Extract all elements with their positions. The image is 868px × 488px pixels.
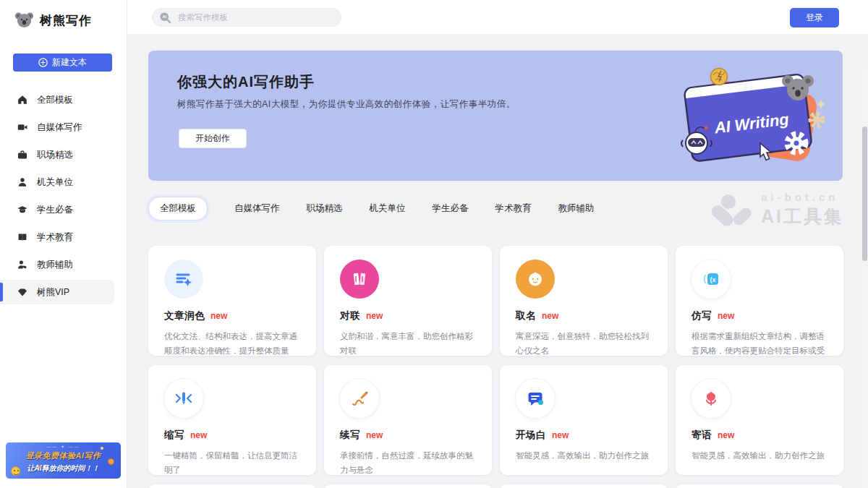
login-button[interactable]: 登录 (790, 8, 839, 27)
template-card-couplet[interactable]: 对联 new 义韵和谐，寓意丰富，助您创作精彩对联 (324, 246, 492, 356)
card-title: 寄语 (692, 429, 712, 442)
sidebar-item-label: 树熊VIP (37, 286, 69, 299)
coin-icon (108, 458, 114, 465)
sidebar-item-label: 职场精选 (37, 149, 73, 161)
template-card-continue[interactable]: 续写 new 承接前情，自然过渡，延续故事的魅力与悬念 (324, 365, 492, 475)
app-window: 树熊写作 新建文本 全部模板 自媒体写作 职场精选 (0, 0, 868, 488)
person-icon (17, 177, 27, 187)
hero-banner: 你强大的AI写作助手 树熊写作基于强大的AI大模型，为你提供专业高效的创作体验，… (148, 51, 843, 181)
template-card-opening[interactable]: 开场白 new 智能灵感，高效输出，助力创作之旅 (500, 365, 668, 475)
vertical-scrollbar[interactable] (861, 69, 868, 488)
card-description: 义韵和谐，寓意丰富，助您创作精彩对联 (340, 329, 476, 356)
small-gear-icon (811, 114, 822, 126)
template-grid: 文章润色 new 优化文法、结构和表达，提高文章通顺度和表达准确性，提升整体质量… (148, 246, 844, 488)
new-badge: new (542, 311, 558, 321)
template-card-peek[interactable] (676, 484, 843, 488)
card-title: 仿写 (692, 309, 712, 322)
promo-line2: 让AI释放你的时间！！ (6, 463, 121, 474)
tab-all-templates[interactable]: 全部模板 (148, 197, 208, 221)
card-description: 承接前情，自然过渡，延续故事的魅力与悬念 (340, 448, 476, 475)
svg-text:(x: (x (710, 276, 715, 283)
new-badge: new (718, 311, 734, 321)
template-card-abbreviate[interactable]: 缩写 new 一键精简，保留精髓，让信息更简洁明了 (148, 365, 316, 475)
sparkle-icon (817, 100, 825, 108)
tab-workplace[interactable]: 职场精选 (307, 202, 343, 215)
svg-text:AI: AI (162, 14, 166, 19)
watermark: ai-bot.cn AI工具集 (712, 191, 844, 228)
new-badge: new (190, 430, 207, 440)
card-title: 取名 (516, 309, 536, 322)
login-promo-banner[interactable]: 登录免费体验AI写作 让AI释放你的时间！！ (6, 442, 121, 479)
sidebar-item-teachers[interactable]: 教师辅助 (0, 252, 127, 277)
card-title: 对联 (340, 309, 360, 322)
template-card-imitate[interactable]: (x 仿写 new 根据需求重新组织文章结构，调整语言风格，使内容更贴合特定目标… (676, 246, 843, 356)
card-description: 优化文法、结构和表达，提高文章通顺度和表达准确性，提升整体质量 (164, 329, 300, 356)
template-card-peek[interactable] (148, 484, 316, 488)
watermark-texts: ai-bot.cn AI工具集 (761, 191, 844, 228)
couplet-icon (340, 260, 379, 299)
template-card-message[interactable]: 寄语 new 智能灵感，高效输出，助力创作之旅 (676, 365, 843, 475)
new-document-button[interactable]: 新建文本 (13, 53, 112, 72)
new-badge: new (366, 311, 383, 321)
koala-icon (14, 11, 34, 30)
sidebar-item-government[interactable]: 机关单位 (0, 170, 127, 194)
template-card-polish[interactable]: 文章润色 new 优化文法、结构和表达，提高文章通顺度和表达准确性，提升整体质量 (148, 246, 316, 356)
sidebar: 树熊写作 新建文本 全部模板 自媒体写作 职场精选 (0, 0, 127, 488)
main-content: 你强大的AI写作助手 树熊写作基于强大的AI大模型，为你提供专业高效的创作体验，… (127, 35, 868, 488)
sidebar-item-students[interactable]: 学生必备 (0, 197, 127, 222)
start-writing-button[interactable]: 开始创作 (179, 129, 247, 148)
polish-icon (164, 260, 203, 299)
opening-icon (516, 379, 555, 418)
template-card-peek[interactable] (324, 484, 492, 488)
watermark-url: ai-bot.cn (761, 191, 844, 203)
ai-bot-logo-icon (712, 194, 754, 228)
briefcase-icon (17, 150, 27, 160)
book-icon (17, 232, 27, 242)
home-icon (17, 95, 27, 105)
sidebar-item-vip[interactable]: 树熊VIP (0, 280, 114, 304)
tab-academic[interactable]: 学术教育 (495, 202, 532, 215)
template-card-peek[interactable] (500, 484, 668, 488)
hero-title: 你强大的AI写作助手 (177, 72, 315, 92)
search-input[interactable] (178, 13, 315, 22)
spark-decoration (101, 447, 103, 450)
sidebar-item-academic[interactable]: 学术教育 (0, 225, 127, 249)
new-document-label: 新建文本 (52, 56, 87, 69)
sidebar-item-label: 机关单位 (37, 176, 73, 189)
sidebar-item-label: 学生必备 (37, 204, 73, 216)
scrollbar-thumb[interactable] (862, 127, 867, 261)
tab-students[interactable]: 学生必备 (433, 202, 469, 215)
card-description: 智能灵感，高效输出，助力创作之旅 (692, 448, 827, 463)
teacher-icon (17, 260, 27, 270)
card-description: 寓意深远，创意独特，助您轻松找到心仪之名 (516, 329, 652, 356)
card-title: 开场白 (516, 429, 546, 442)
tab-self-media[interactable]: 自媒体写作 (234, 202, 280, 215)
tab-government[interactable]: 机关单位 (370, 202, 406, 215)
sidebar-nav: 全部模板 自媒体写作 职场精选 机关单位 学生必备 学术教育 (0, 87, 127, 307)
new-badge: new (210, 311, 227, 321)
plus-circle-icon (38, 58, 48, 67)
emoji-face-icon (11, 466, 20, 476)
tab-teachers[interactable]: 教师辅助 (558, 202, 595, 215)
sidebar-item-workplace[interactable]: 职场精选 (0, 142, 127, 167)
watermark-title: AI工具集 (761, 205, 844, 228)
card-title: 续写 (340, 429, 360, 442)
category-tabs: 全部模板 自媒体写作 职场精选 机关单位 学生必备 学术教育 教师辅助 (148, 197, 595, 220)
sidebar-item-self-media[interactable]: 自媒体写作 (0, 115, 127, 140)
search-bar[interactable]: AI (152, 8, 341, 27)
hero-illustration: AI Writing (673, 62, 828, 168)
new-badge: new (366, 430, 383, 440)
message-icon (692, 379, 731, 418)
ai-search-icon: AI (159, 12, 171, 24)
hero-subtitle: 树熊写作基于强大的AI大模型，为你提供专业高效的创作体验，让写作事半功倍。 (177, 98, 516, 111)
new-badge: new (552, 430, 569, 440)
abbreviate-icon (164, 379, 203, 418)
sidebar-item-all-templates[interactable]: 全部模板 (0, 87, 127, 112)
new-badge: new (718, 430, 734, 440)
sidebar-item-label: 自媒体写作 (37, 121, 82, 134)
template-card-naming[interactable]: 取名 new 寓意深远，创意独特，助您轻松找到心仪之名 (500, 246, 668, 356)
card-description: 根据需求重新组织文章结构，调整语言风格，使内容更贴合特定目标或受众 (692, 329, 827, 356)
media-icon (17, 122, 27, 132)
continue-icon (340, 379, 379, 418)
sidebar-item-label: 学术教育 (37, 231, 73, 244)
